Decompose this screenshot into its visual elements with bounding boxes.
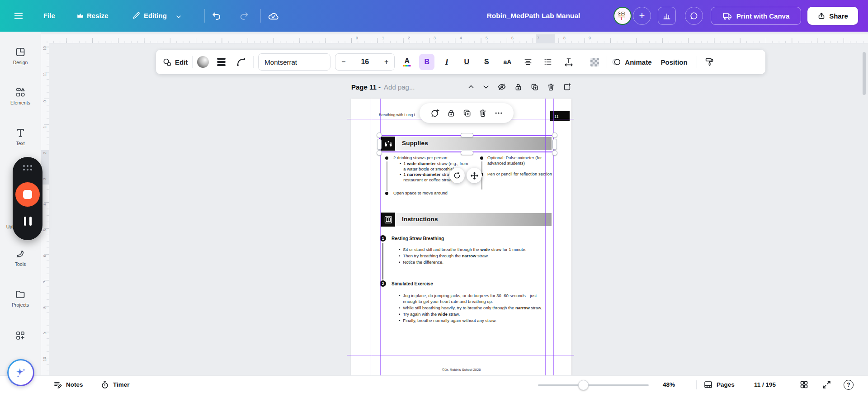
list-item[interactable]: •While still breathing heavily, try to b… bbox=[399, 305, 543, 311]
stroke-weight-button[interactable] bbox=[213, 54, 229, 70]
pause-recording-button[interactable] bbox=[24, 217, 32, 226]
document-running-header[interactable]: Breathing with Lung L bbox=[379, 113, 416, 117]
print-with-canva-button[interactable]: Print with Canva bbox=[711, 7, 801, 25]
selection-handle[interactable] bbox=[377, 150, 382, 156]
decrease-font-size-button[interactable]: − bbox=[341, 58, 345, 66]
redo-icon[interactable] bbox=[239, 11, 249, 21]
sidebar-item-text[interactable]: Text bbox=[0, 128, 41, 146]
animate-button[interactable]: Animate bbox=[612, 57, 651, 67]
drag-handle-dots-icon[interactable] bbox=[22, 164, 33, 171]
selection-handle[interactable] bbox=[552, 150, 557, 156]
canvas-scrollbar[interactable] bbox=[863, 52, 866, 95]
selection-handle[interactable] bbox=[461, 133, 473, 137]
italic-button[interactable]: I bbox=[439, 54, 454, 70]
selection-handle[interactable] bbox=[377, 139, 382, 150]
pages-view-button[interactable]: Pages bbox=[703, 376, 735, 393]
line-connector-button[interactable] bbox=[233, 54, 249, 70]
lock-page-icon[interactable] bbox=[514, 83, 523, 91]
fullscreen-button[interactable] bbox=[822, 376, 831, 393]
transparency-button[interactable] bbox=[587, 54, 602, 70]
avatar[interactable] bbox=[613, 7, 632, 25]
list-item[interactable]: •Notice the difference. bbox=[399, 260, 543, 265]
list-item[interactable]: •Jog in place, do jumping jacks, or do b… bbox=[399, 293, 543, 304]
list-item[interactable]: •Try again with the wide straw. bbox=[399, 312, 543, 317]
notes-button[interactable]: Notes bbox=[53, 376, 83, 393]
text-align-button[interactable] bbox=[520, 54, 536, 70]
canva-assistant-button[interactable] bbox=[7, 359, 34, 386]
instructions-section-bar[interactable]: Instructions bbox=[381, 213, 552, 227]
sidebar-item-tools[interactable]: Tools bbox=[0, 248, 41, 267]
help-button[interactable]: ? bbox=[844, 376, 854, 393]
grid-view-button[interactable] bbox=[799, 376, 809, 393]
resize-button[interactable]: Resize bbox=[87, 12, 108, 19]
list-button[interactable] bbox=[540, 54, 556, 70]
share-button[interactable]: Share bbox=[807, 7, 858, 25]
more-options-icon[interactable] bbox=[494, 109, 503, 118]
undo-icon[interactable] bbox=[212, 11, 222, 21]
supplies-item[interactable]: Pen or pencil for reflection section bbox=[487, 171, 553, 177]
text-spacing-button[interactable] bbox=[560, 54, 577, 70]
step-bullets[interactable]: •Jog in place, do jumping jacks, or do b… bbox=[399, 293, 543, 324]
sidebar-item-design[interactable]: Design bbox=[0, 47, 41, 65]
supplies-item[interactable]: 2 drinking straws per person: bbox=[393, 155, 448, 161]
underline-button[interactable]: U bbox=[459, 54, 474, 70]
ruler-horizontal[interactable]: 0 1 2 3 4 5 6 7 8 9 bbox=[41, 34, 868, 43]
delete-icon[interactable] bbox=[478, 109, 487, 118]
page-title-input[interactable]: Add pag... bbox=[384, 83, 415, 91]
move-handle[interactable] bbox=[467, 168, 482, 183]
comment-add-icon[interactable] bbox=[430, 109, 440, 118]
comments-button[interactable] bbox=[685, 7, 703, 25]
section-title[interactable]: Instructions bbox=[402, 216, 438, 223]
add-page-icon[interactable] bbox=[563, 83, 571, 91]
duplicate-page-icon[interactable] bbox=[530, 83, 539, 91]
position-button[interactable]: Position bbox=[656, 58, 692, 66]
file-menu[interactable]: File bbox=[43, 12, 55, 19]
hamburger-menu-icon[interactable] bbox=[14, 11, 24, 21]
add-member-button[interactable]: + bbox=[633, 7, 651, 25]
font-size-stepper[interactable]: − 16 + bbox=[335, 53, 395, 71]
sidebar-item-elements[interactable]: Elements bbox=[0, 87, 41, 105]
list-item[interactable]: •Sit or stand still and breathe through … bbox=[399, 247, 543, 253]
text-case-button[interactable]: aA bbox=[499, 54, 516, 70]
font-size-value[interactable]: 16 bbox=[361, 58, 369, 66]
strikethrough-button[interactable]: S bbox=[479, 54, 494, 70]
bold-button[interactable]: B bbox=[419, 54, 434, 70]
step-bullets[interactable]: •Sit or stand still and breathe through … bbox=[399, 247, 543, 266]
edit-button[interactable]: Edit bbox=[162, 57, 188, 67]
stop-recording-button[interactable] bbox=[15, 182, 40, 207]
selection-handle[interactable] bbox=[377, 133, 382, 138]
rotate-handle[interactable] bbox=[449, 168, 465, 183]
move-page-down-icon[interactable] bbox=[482, 83, 490, 90]
lock-icon[interactable] bbox=[447, 109, 456, 118]
supplies-item[interactable]: Open space to move around bbox=[393, 190, 448, 196]
font-family-selector[interactable]: Montserrat bbox=[258, 53, 330, 71]
increase-font-size-button[interactable]: + bbox=[384, 58, 388, 66]
sidebar-item-apps[interactable] bbox=[0, 330, 41, 341]
copy-style-button[interactable] bbox=[702, 54, 717, 70]
selection-handle[interactable] bbox=[461, 151, 473, 155]
selection-handle[interactable] bbox=[552, 133, 557, 138]
editing-mode-selector[interactable]: Editing bbox=[144, 12, 167, 19]
hide-page-icon[interactable] bbox=[497, 82, 506, 91]
duplicate-icon[interactable] bbox=[462, 109, 472, 118]
zoom-level[interactable]: 48% bbox=[663, 376, 675, 393]
recording-widget[interactable] bbox=[13, 157, 42, 240]
zoom-slider-knob[interactable] bbox=[578, 380, 589, 390]
supplies-item[interactable]: Optional: Pulse oximeter (for advanced s… bbox=[487, 155, 553, 166]
selection-handle[interactable] bbox=[552, 139, 557, 150]
fill-color-button[interactable] bbox=[197, 56, 209, 68]
list-item[interactable]: •Finally, breathe normally again without… bbox=[399, 318, 543, 324]
text-color-button[interactable]: A bbox=[399, 57, 415, 67]
step-title[interactable]: Simulated Exercise bbox=[392, 281, 433, 286]
delete-page-icon[interactable] bbox=[547, 83, 555, 91]
timer-button[interactable]: Timer bbox=[100, 376, 130, 393]
design-title[interactable]: Robin_MedPath Lab Manual bbox=[470, 12, 597, 20]
zoom-slider[interactable] bbox=[538, 384, 649, 386]
insights-button[interactable] bbox=[658, 7, 676, 25]
page-indicator[interactable]: 11 / 195 bbox=[754, 376, 776, 393]
step-title[interactable]: Resting Straw Breathing bbox=[392, 236, 444, 241]
sidebar-item-projects[interactable]: Projects bbox=[0, 289, 41, 308]
document-footer[interactable]: ©Dr. Robin's School 2025 bbox=[351, 368, 571, 372]
move-page-up-icon[interactable] bbox=[467, 83, 475, 90]
list-item[interactable]: •Then try breathing through the narrow s… bbox=[399, 253, 543, 259]
